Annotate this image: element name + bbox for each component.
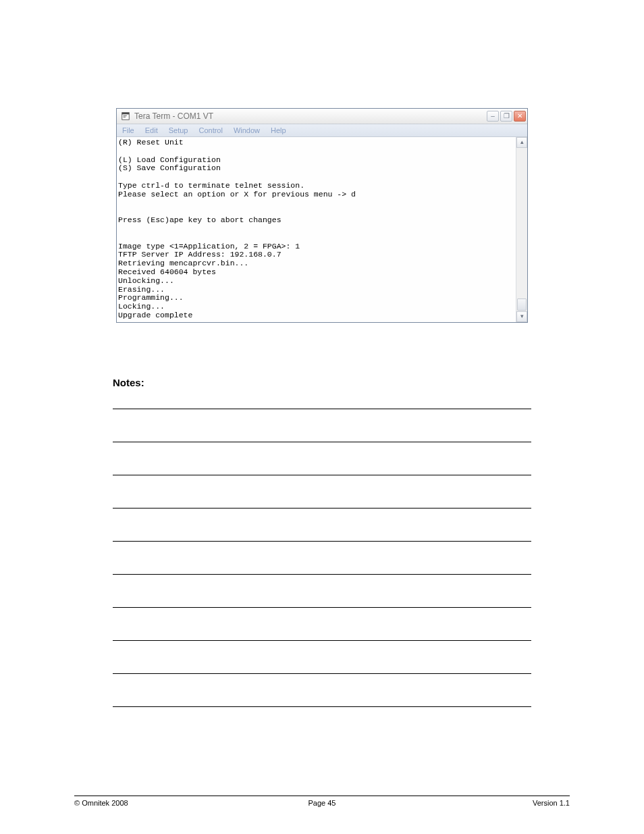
terminal-output[interactable]: (R) Reset Unit (L) Load Configuration (S… — [117, 137, 516, 322]
note-line — [113, 706, 531, 707]
maximize-button[interactable]: ❐ — [500, 111, 512, 122]
title-bar[interactable]: Tera Term - COM1 VT – ❐ ✕ — [117, 109, 527, 124]
minimize-button[interactable]: – — [487, 111, 499, 122]
menu-edit[interactable]: Edit — [142, 126, 161, 134]
svg-rect-1 — [122, 113, 130, 115]
page: Tera Term - COM1 VT – ❐ ✕ File Edit Setu… — [0, 0, 644, 834]
svg-rect-3 — [124, 117, 126, 118]
menu-window[interactable]: Window — [231, 126, 263, 134]
notes-heading: Notes: — [113, 377, 531, 388]
app-icon — [121, 111, 130, 121]
menu-file[interactable]: File — [119, 126, 137, 134]
window-title: Tera Term - COM1 VT — [134, 111, 487, 121]
notes-section: Notes: — [113, 377, 531, 707]
page-footer: © Omnitek 2008 Page 45 Version 1.1 — [74, 796, 570, 807]
note-line — [113, 607, 531, 608]
note-line — [113, 574, 531, 575]
note-line — [113, 442, 531, 442]
menu-setup[interactable]: Setup — [166, 126, 191, 134]
note-line — [113, 409, 531, 409]
window-controls: – ❐ ✕ — [487, 111, 526, 122]
note-line — [113, 673, 531, 674]
menu-help[interactable]: Help — [268, 126, 289, 134]
note-line — [113, 475, 531, 475]
svg-rect-2 — [124, 115, 127, 116]
footer-center: Page 45 — [74, 799, 570, 807]
note-line — [113, 508, 531, 509]
scroll-down-button[interactable]: ▾ — [516, 311, 527, 322]
terminal-window: Tera Term - COM1 VT – ❐ ✕ File Edit Setu… — [116, 108, 528, 323]
menu-control[interactable]: Control — [196, 126, 225, 134]
terminal-client-area: (R) Reset Unit (L) Load Configuration (S… — [117, 137, 527, 322]
scroll-up-button[interactable]: ▴ — [516, 137, 527, 148]
menu-bar: File Edit Setup Control Window Help — [117, 124, 527, 137]
note-line — [113, 541, 531, 542]
vertical-scrollbar[interactable]: ▴ ▾ — [516, 137, 527, 322]
scrollbar-thumb[interactable] — [517, 298, 527, 311]
close-button[interactable]: ✕ — [514, 111, 526, 122]
note-line — [113, 640, 531, 641]
